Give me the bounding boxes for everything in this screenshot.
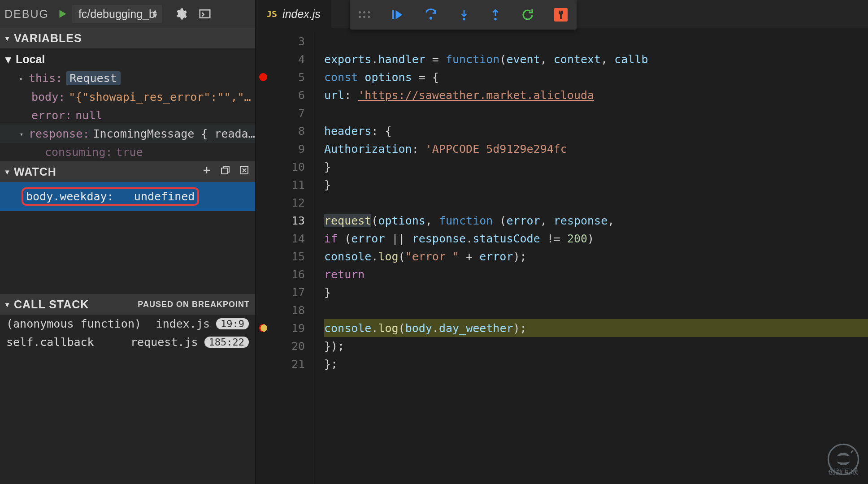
debug-sidebar: DEBUG fc/debugging_b ▲▼ ▾ VARIABLES ▾ Lo… — [0, 0, 256, 484]
line-number[interactable]: 9 — [256, 140, 315, 158]
line-number[interactable]: 15 — [256, 247, 315, 265]
code-line[interactable]: }; — [324, 355, 868, 373]
add-watch-icon[interactable] — [201, 165, 212, 178]
watermark-logo: 创新互联 — [823, 439, 864, 480]
code-line[interactable] — [324, 301, 868, 319]
line-number[interactable]: 6 — [256, 86, 315, 104]
variable-this[interactable]: ▸ this: Request — [0, 69, 255, 88]
line-number[interactable]: 3 — [256, 32, 315, 50]
code-content: exports.handler = function(event, contex… — [315, 32, 868, 484]
callstack-status: PAUSED ON BREAKPOINT — [138, 300, 250, 309]
code-line[interactable]: const options = { — [324, 68, 868, 86]
drag-handle-icon[interactable] — [359, 11, 370, 18]
remove-all-icon[interactable] — [239, 165, 250, 178]
line-number[interactable]: 13 — [256, 212, 315, 229]
disconnect-icon[interactable] — [554, 8, 568, 22]
chevron-right-icon: ▸ — [18, 75, 25, 82]
watch-section-header[interactable]: ▾ WATCH — [0, 161, 255, 182]
continue-icon[interactable] — [390, 8, 404, 22]
breakpoint-icon[interactable] — [259, 73, 267, 81]
watch-highlight-box: body.weekday: undefined — [22, 187, 199, 206]
step-over-icon[interactable] — [423, 8, 438, 22]
variables-body: ▾ Local ▸ this: Request body: "{"showapi… — [0, 48, 255, 161]
editor-area: JS index.js 3 4 5 6 7 8 9 10 11 12 13 14… — [256, 0, 868, 484]
callstack-title: CALL STACK — [14, 298, 89, 311]
frame-loc: 19:9 — [216, 318, 249, 329]
line-number-gutter: 3 4 5 6 7 8 9 10 11 12 13 14 15 16 17 18… — [256, 32, 315, 484]
start-debug-icon[interactable] — [56, 8, 68, 20]
line-number[interactable]: 11 — [256, 176, 315, 194]
debug-toolbar: DEBUG fc/debugging_b ▲▼ — [0, 0, 255, 28]
stack-frame[interactable]: self.callback request.js 185:22 — [0, 333, 255, 351]
code-line[interactable]: console.log("error " + error); — [324, 247, 868, 265]
variables-section-header[interactable]: ▾ VARIABLES — [0, 28, 255, 48]
line-number[interactable]: 19 — [256, 319, 315, 337]
step-out-icon[interactable] — [490, 8, 501, 22]
line-number[interactable]: 7 — [256, 104, 315, 122]
debug-console-icon[interactable] — [195, 7, 215, 21]
js-file-icon: JS — [266, 9, 277, 19]
variables-scope-local[interactable]: ▾ Local — [0, 50, 255, 69]
line-number[interactable]: 14 — [256, 229, 315, 247]
body-value: "{"showapi_res_error":"","s… — [69, 91, 255, 104]
line-number[interactable]: 4 — [256, 50, 315, 68]
debug-config-name: fc/debugging_b — [78, 8, 155, 21]
watch-expression-row[interactable]: body.weekday: undefined — [0, 182, 255, 211]
line-number[interactable]: 16 — [256, 265, 315, 283]
chevron-down-icon: ▾ — [5, 53, 11, 66]
code-line[interactable]: headers: { — [324, 122, 868, 140]
error-value: null — [75, 109, 102, 122]
debug-config-dropdown[interactable]: fc/debugging_b ▲▼ — [72, 5, 162, 23]
code-line[interactable]: if (error || response.statusCode != 200) — [324, 229, 868, 247]
code-editor[interactable]: 3 4 5 6 7 8 9 10 11 12 13 14 15 16 17 18… — [256, 28, 868, 484]
code-line[interactable]: request(options, function (error, respon… — [324, 212, 868, 229]
code-line[interactable]: return — [324, 265, 868, 283]
step-into-icon[interactable] — [458, 8, 470, 22]
line-number[interactable]: 8 — [256, 122, 315, 140]
code-line[interactable] — [324, 104, 868, 122]
code-line[interactable]: } — [324, 158, 868, 176]
current-execution-icon[interactable] — [259, 324, 267, 332]
callstack-section-header[interactable]: ▾ CALL STACK PAUSED ON BREAKPOINT — [0, 294, 255, 315]
collapse-all-icon[interactable] — [220, 165, 231, 178]
consuming-value: true — [116, 146, 143, 159]
code-line[interactable]: console.log(body.day_weether); — [324, 319, 868, 337]
code-line[interactable]: } — [324, 176, 868, 194]
chevron-down-icon: ▾ — [5, 34, 9, 43]
frame-name: self.callback — [6, 336, 94, 349]
chevron-down-icon: ▾ — [5, 300, 9, 309]
this-value: Request — [66, 71, 120, 85]
code-line[interactable] — [324, 32, 868, 50]
line-number[interactable]: 18 — [256, 301, 315, 319]
variable-error[interactable]: error: null — [0, 106, 255, 125]
line-number[interactable]: 17 — [256, 283, 315, 301]
line-number[interactable]: 20 — [256, 337, 315, 355]
debug-title: DEBUG — [4, 8, 49, 21]
chevron-down-icon: ▾ — [18, 130, 25, 138]
code-line[interactable]: Authorization: 'APPCODE 5d9129e294fc — [324, 140, 868, 158]
tab-filename: index.js — [282, 8, 321, 21]
code-line[interactable]: url: 'https://saweather.market.aliclouda — [324, 86, 868, 104]
variables-title: VARIABLES — [14, 32, 82, 45]
code-line[interactable]: exports.handler = function(event, contex… — [324, 50, 868, 68]
variable-body[interactable]: body: "{"showapi_res_error":"","s… — [0, 88, 255, 106]
watch-expression: body.weekday: — [26, 190, 114, 203]
chevron-down-icon: ▾ — [5, 168, 9, 176]
editor-tab-index-js[interactable]: JS index.js — [256, 0, 331, 28]
line-number[interactable]: 10 — [256, 158, 315, 176]
watch-body: body.weekday: undefined — [0, 182, 255, 294]
line-number[interactable]: 21 — [256, 355, 315, 373]
code-line[interactable]: } — [324, 283, 868, 301]
restart-icon[interactable] — [521, 8, 534, 22]
scope-name: Local — [16, 53, 45, 66]
line-number[interactable]: 12 — [256, 194, 315, 212]
gear-icon[interactable] — [171, 7, 191, 21]
stack-frame[interactable]: (anonymous function) index.js 19:9 — [0, 315, 255, 333]
code-line[interactable] — [324, 194, 868, 212]
line-number[interactable]: 5 — [256, 68, 315, 86]
variable-consuming[interactable]: consuming: true — [0, 143, 255, 161]
callstack-body: (anonymous function) index.js 19:9 self.… — [0, 315, 255, 351]
code-line[interactable]: }); — [324, 337, 868, 355]
watch-title: WATCH — [14, 165, 56, 178]
variable-response[interactable]: ▾ response: IncomingMessage {_reada… — [0, 125, 255, 143]
